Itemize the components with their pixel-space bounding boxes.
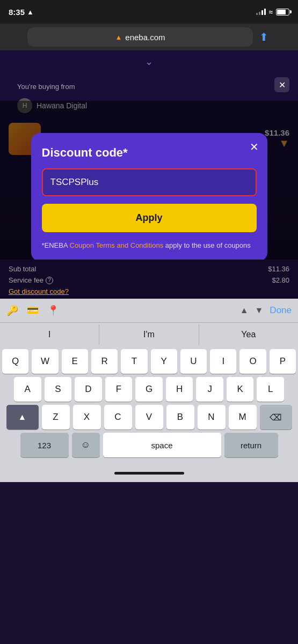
key-q[interactable]: Q bbox=[2, 349, 28, 374]
fee-amount: $2.80 bbox=[272, 276, 289, 284]
key-l[interactable]: L bbox=[257, 377, 284, 402]
terms-suffix: apply to the use of coupons bbox=[163, 241, 251, 249]
key-c[interactable]: C bbox=[104, 405, 132, 430]
prev-field-button[interactable]: ▲ bbox=[240, 306, 249, 315]
modal-close-button[interactable]: ✕ bbox=[250, 142, 259, 152]
shift-button[interactable]: ▲ bbox=[6, 405, 39, 430]
autocomplete-item-3[interactable]: Yea bbox=[199, 324, 298, 345]
key-z[interactable]: Z bbox=[42, 405, 70, 430]
url-bar[interactable]: ▲ eneba.com bbox=[27, 27, 253, 47]
numbers-button[interactable]: 123 bbox=[20, 433, 69, 457]
subtotal-row: Sub total $11.36 bbox=[9, 265, 289, 273]
fee-label: Service fee ? bbox=[9, 276, 53, 284]
url-text: eneba.com bbox=[125, 33, 165, 42]
done-button[interactable]: Done bbox=[270, 305, 292, 316]
battery-icon bbox=[276, 9, 289, 16]
key-m[interactable]: M bbox=[229, 405, 257, 430]
keyboard: Q W E R T Y U I O P A S D F G H J K L ▲ … bbox=[0, 346, 298, 464]
key-g[interactable]: G bbox=[135, 377, 163, 402]
warning-icon: ▲ bbox=[115, 33, 122, 41]
keyboard-row-3: ▲ Z X C V B N M ⌫ bbox=[0, 402, 298, 430]
modal-overlay: ✕ Discount code* Apply *ENEBA Coupon Ter… bbox=[0, 101, 298, 260]
buying-from-label: You're buying from bbox=[9, 77, 289, 96]
fee-info-icon: ? bbox=[46, 277, 53, 284]
close-icon[interactable]: ✕ bbox=[274, 77, 289, 92]
subtotal-amount: $11.36 bbox=[268, 265, 289, 273]
key-d[interactable]: D bbox=[75, 377, 102, 402]
keyboard-toolbar-right: ▲ ▼ Done bbox=[240, 305, 292, 316]
key-u[interactable]: U bbox=[180, 349, 207, 374]
return-button[interactable]: return bbox=[224, 433, 278, 457]
subtotal-label: Sub total bbox=[9, 265, 36, 273]
signal-icon bbox=[256, 9, 266, 15]
keyboard-toolbar: 🔑 💳 📍 ▲ ▼ Done bbox=[0, 299, 298, 322]
collapse-chevron[interactable]: ⌄ bbox=[0, 50, 298, 73]
key-w[interactable]: W bbox=[32, 349, 58, 374]
key-p[interactable]: P bbox=[270, 349, 296, 374]
key-k[interactable]: K bbox=[227, 377, 254, 402]
key-v[interactable]: V bbox=[135, 405, 163, 430]
discount-link[interactable]: Got discount code? bbox=[9, 287, 289, 295]
key-f[interactable]: F bbox=[105, 377, 133, 402]
address-bar: ▲ eneba.com ⬆ bbox=[0, 24, 298, 50]
emoji-button[interactable]: ☺ bbox=[72, 433, 100, 457]
discount-input-wrapper bbox=[42, 168, 257, 196]
key-t[interactable]: T bbox=[121, 349, 147, 374]
page-content: ⌄ You're buying from H Hawana Digital ✕ … bbox=[0, 50, 298, 260]
key-x[interactable]: X bbox=[73, 405, 101, 430]
terms-text: *ENEBA Coupon Terms and Conditions apply… bbox=[42, 241, 257, 250]
keyboard-row-1: Q W E R T Y U I O P bbox=[0, 346, 298, 374]
discount-input[interactable] bbox=[43, 169, 256, 195]
key-icon[interactable]: 🔑 bbox=[6, 305, 18, 316]
autocomplete-item-1[interactable]: I bbox=[0, 324, 99, 345]
key-r[interactable]: R bbox=[91, 349, 118, 374]
space-button[interactable]: space bbox=[103, 433, 221, 457]
terms-link[interactable]: Coupon Terms and Conditions bbox=[70, 241, 164, 249]
key-h[interactable]: H bbox=[166, 377, 193, 402]
key-i[interactable]: I bbox=[210, 349, 236, 374]
location-pin-icon[interactable]: 📍 bbox=[47, 305, 59, 316]
key-a[interactable]: A bbox=[14, 377, 41, 402]
card-icon[interactable]: 💳 bbox=[27, 305, 39, 316]
key-o[interactable]: O bbox=[239, 349, 266, 374]
subtotal-area: Sub total $11.36 Service fee ? $2.80 Got… bbox=[0, 260, 298, 299]
terms-prefix: *ENEBA bbox=[42, 241, 70, 249]
wifi-icon: ≈ bbox=[269, 8, 273, 16]
key-y[interactable]: Y bbox=[151, 349, 177, 374]
key-j[interactable]: J bbox=[196, 377, 223, 402]
home-indicator bbox=[0, 464, 298, 482]
time: 8:35 bbox=[9, 8, 25, 17]
status-right: ≈ bbox=[256, 8, 289, 16]
fee-row: Service fee ? $2.80 bbox=[9, 276, 289, 284]
autocomplete-item-2[interactable]: I'm bbox=[99, 324, 199, 345]
home-bar bbox=[114, 472, 184, 475]
backspace-button[interactable]: ⌫ bbox=[260, 405, 292, 430]
key-n[interactable]: N bbox=[198, 405, 226, 430]
key-s[interactable]: S bbox=[45, 377, 72, 402]
key-e[interactable]: E bbox=[62, 349, 88, 374]
key-b[interactable]: B bbox=[166, 405, 194, 430]
location-icon: ▲ bbox=[27, 8, 34, 16]
status-bar: 8:35 ▲ ≈ bbox=[0, 0, 298, 24]
keyboard-row-4: 123 ☺ space return bbox=[0, 430, 298, 461]
share-button[interactable]: ⬆ bbox=[257, 28, 271, 46]
autocomplete-row: I I'm Yea bbox=[0, 322, 298, 346]
apply-button[interactable]: Apply bbox=[42, 204, 257, 232]
next-field-button[interactable]: ▼ bbox=[255, 306, 264, 315]
status-left: 8:35 ▲ bbox=[9, 8, 34, 17]
modal-title: Discount code* bbox=[42, 146, 257, 160]
keyboard-row-2: A S D F G H J K L bbox=[0, 374, 298, 402]
discount-modal: ✕ Discount code* Apply *ENEBA Coupon Ter… bbox=[31, 133, 267, 260]
